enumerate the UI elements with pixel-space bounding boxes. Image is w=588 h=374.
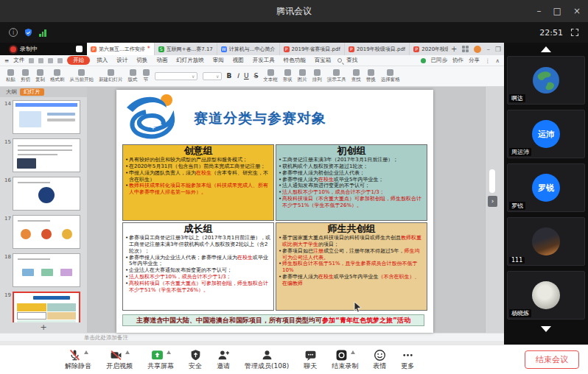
expand-pane-button[interactable]: › (488, 196, 497, 207)
ribbon-button-19[interactable]: 选择窗格 (381, 69, 400, 83)
close-button[interactable]: × (573, 6, 581, 16)
ribbon-button-0[interactable]: 粘贴 (6, 69, 15, 83)
ribbon-button-6[interactable]: 版式 (128, 69, 138, 83)
font-size-select[interactable]: ∨ (203, 72, 222, 80)
document-tab[interactable]: P2019年校级项目.pdf (345, 43, 410, 55)
tab-outline[interactable]: 大纲 (6, 88, 17, 96)
ribbon-button-17[interactable]: 查找 (351, 69, 361, 83)
undo-icon[interactable] (48, 58, 53, 63)
slide-thumbnail-14[interactable]: 14 (3, 100, 84, 134)
ribbon-button-5[interactable]: 新建幻灯片 (99, 69, 123, 83)
menu-item-视图[interactable]: 视图 (231, 57, 246, 64)
toolbar-chat[interactable]: 聊天 (304, 349, 317, 371)
caret-up-icon[interactable] (84, 350, 88, 354)
ribbon-button-8[interactable]: B (227, 72, 232, 80)
end-meeting-button[interactable]: 结束会议 (525, 350, 579, 369)
toolbar-more[interactable]: 更多 (401, 349, 414, 371)
toolbar-invite[interactable]: 邀请 (217, 349, 230, 371)
participant-tile[interactable]: 运沛周运沛 (507, 110, 585, 158)
ribbon-button-13[interactable]: 形状 (283, 69, 293, 83)
slide-thumbnail-19[interactable]: 19 (3, 292, 84, 322)
ribbon-button-2[interactable]: 复制 (35, 69, 45, 83)
ribbon-button-1[interactable]: 剪切 (21, 69, 30, 83)
ribbon-button-11[interactable]: S (254, 72, 259, 80)
fullscreen-icon[interactable] (570, 28, 579, 37)
file-menu[interactable]: 文件 (13, 57, 24, 64)
caret-up-icon[interactable] (125, 350, 130, 354)
search-label[interactable]: 查找 (346, 57, 357, 64)
tab-list-icon[interactable] (462, 46, 469, 52)
toolbar-members[interactable]: 管理成员(108) (245, 349, 289, 371)
wps-account-avatar[interactable] (474, 46, 481, 53)
meeting-info-icon[interactable]: i (9, 28, 18, 37)
stop-recording-icon[interactable] (76, 46, 83, 52)
add-slide-button[interactable]: + (0, 322, 87, 333)
menu-item-切换[interactable]: 切换 (134, 57, 150, 64)
minimize-button[interactable]: – (537, 6, 542, 16)
document-tab[interactable]: P2020年校级项目.pdf (410, 43, 448, 55)
participant-tile[interactable]: 啊达 (507, 56, 585, 105)
new-tab-button[interactable]: + (451, 45, 457, 53)
slide-canvas[interactable]: + 赛道分类与参赛对象 创意组•具有较好的创意和较为成型的产品原型和服务模式；•… (116, 90, 433, 333)
sheet-icon: S (158, 46, 164, 52)
maximize-button[interactable]: □ (553, 6, 561, 16)
toolbar-mic-muted[interactable]: 解除静音 (65, 349, 91, 371)
document-tab[interactable]: P第六届互...工作安排* (87, 43, 155, 55)
redo-icon[interactable] (57, 58, 63, 63)
wps-minimize-button[interactable]: – (486, 46, 490, 53)
menu-item-开始[interactable]: 开始 (67, 56, 90, 65)
menu-item-审阅[interactable]: 审阅 (211, 57, 226, 64)
toolbar-stop-record[interactable]: 结束录制 (332, 349, 358, 371)
wps-restore-button[interactable]: ❐ (495, 46, 501, 53)
tab-slides[interactable]: 幻灯片 (20, 88, 44, 96)
toolbar-camera-off[interactable]: 开启视频 (106, 349, 133, 371)
mouse-cursor (354, 302, 363, 312)
group-bullet-line: •工商登记注册未满3年（2017年3月1日后注册）； (279, 157, 424, 163)
ribbon-button-14[interactable]: 图片 (298, 69, 307, 83)
ribbon-button-7[interactable]: 节 (143, 69, 150, 83)
slide-thumbnail-16[interactable]: 16 (3, 177, 84, 211)
document-tab[interactable]: S互联网+各...赛7.17 (155, 43, 217, 55)
toolbar-emoji[interactable]: 表情 (373, 349, 386, 371)
share-button[interactable]: 分享 (469, 57, 480, 64)
caret-up-icon[interactable] (167, 350, 171, 354)
menu-item-开发工具[interactable]: 开发工具 (251, 57, 277, 64)
scroll-down-icon[interactable] (541, 326, 551, 332)
document-tab[interactable]: P2019年省赛项目.pdf (280, 43, 345, 55)
toolbar-screen-share[interactable]: 共享屏幕 (147, 349, 174, 371)
toolbar-shield[interactable]: 安全 (189, 349, 202, 371)
ribbon-button-16[interactable]: 演示工具 (327, 69, 346, 83)
menu-item-特色功能[interactable]: 特色功能 (281, 57, 308, 64)
ribbon-button-12[interactable]: 文本框 (263, 69, 278, 83)
menu-item-动画[interactable]: 动画 (154, 57, 169, 64)
ribbon-button-10[interactable]: U (244, 72, 249, 80)
hamburger-icon[interactable]: ≡ (4, 57, 9, 64)
security-shield-icon[interactable] (24, 28, 33, 38)
save-icon[interactable] (29, 58, 34, 63)
slide-thumbnail-17[interactable]: 17 (3, 215, 84, 249)
slide-thumbnail-15[interactable]: 15 (3, 138, 84, 172)
menu-item-百宝箱[interactable]: 百宝箱 (312, 57, 334, 64)
menu-item-插入[interactable]: 插入 (94, 57, 110, 64)
participant-tile[interactable]: 罗锐罗锐 (507, 163, 585, 212)
caret-up-icon[interactable] (351, 350, 355, 354)
slide-thumbnail-18[interactable]: 18 (3, 253, 84, 287)
scrollbar-thumb[interactable] (489, 169, 495, 193)
collaborate-button[interactable]: 协作 (452, 57, 463, 64)
participant-tile[interactable]: 杨晓炼 (507, 271, 585, 320)
ribbon-button-18[interactable]: 替换 (366, 69, 376, 83)
ribbon-button-15[interactable]: 排列 (312, 69, 322, 83)
collapse-ribbon-icon[interactable]: ∧ (496, 57, 500, 64)
notes-bar[interactable]: 单击此处添加备注 (0, 333, 504, 341)
ribbon-button-9[interactable]: I (237, 72, 239, 80)
menu-item-幻灯片放映[interactable]: 幻灯片放映 (174, 57, 206, 64)
ribbon-button-3[interactable]: 格式刷 (50, 69, 65, 83)
scroll-up-icon[interactable] (541, 46, 551, 52)
print-icon[interactable] (38, 58, 43, 63)
participant-tile[interactable]: 111 (507, 217, 585, 266)
ribbon-button-4[interactable]: 从当前开始 (70, 69, 94, 83)
menu-item-设计[interactable]: 设计 (114, 57, 130, 64)
font-name-select[interactable]: ∨ (155, 72, 197, 80)
document-tab[interactable]: W计算机与...中心简介 (217, 43, 280, 55)
more-menu-icon[interactable]: ⋮ (485, 57, 491, 64)
